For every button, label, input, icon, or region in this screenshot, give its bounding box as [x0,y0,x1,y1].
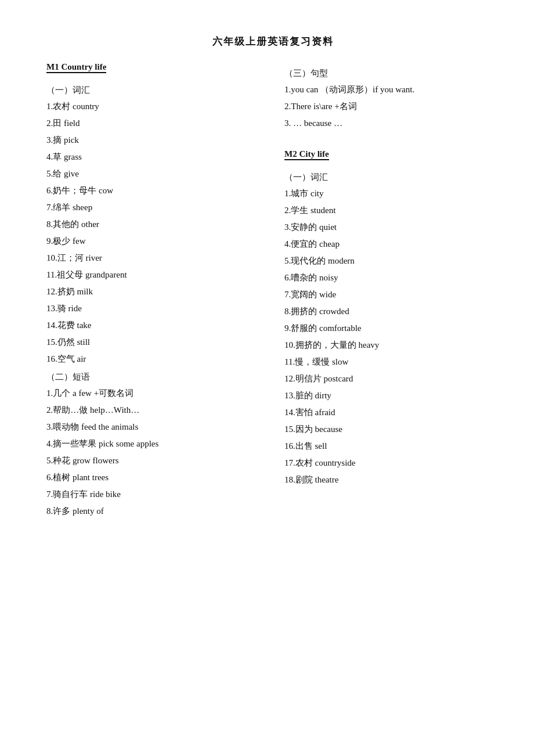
list-item: 7.绵羊 sheep [46,200,261,214]
list-item: 1.you can （动词原形）if you want. [284,82,499,96]
list-item: 15.因为 because [284,422,499,436]
list-item: 14.花费 take [46,318,261,332]
list-item: 9.极少 few [46,234,261,248]
list-item: 18.剧院 theatre [284,473,499,487]
m1-title: M1 Country life [46,62,106,73]
list-item: 5.现代化的 modern [284,254,499,268]
list-item: 16.空气 air [46,352,261,366]
right-column: （三）句型 1.you can （动词原形）if you want.2.Ther… [273,62,499,521]
list-item: 4.摘一些苹果 pick some apples [46,437,261,451]
list-item: 6.奶牛；母牛 cow [46,183,261,197]
list-item: 4.便宜的 cheap [284,237,499,251]
list-item: 8.拥挤的 crowded [284,304,499,318]
list-item: 6.植树 plant trees [46,470,261,484]
page-title: 六年级上册英语复习资料 [46,35,499,48]
list-item: 13.骑 ride [46,301,261,315]
list-item: 6.嘈杂的 noisy [284,271,499,285]
m1-sentence-header: （三）句型 [284,68,499,79]
list-item: 9.舒服的 comfortable [284,321,499,335]
list-item: 2.帮助…做 help…With… [46,403,261,417]
list-item: 2.There is\are +名词 [284,99,499,113]
list-item: 5.给 give [46,167,261,181]
m1-vocab-header: （一）词汇 [46,85,261,96]
m2-vocab-list: 1.城市 city2.学生 student3.安静的 quiet4.便宜的 ch… [284,186,499,487]
list-item: 10.江；河 river [46,251,261,265]
list-item: 7.骑自行车 ride bike [46,487,261,501]
list-item: 5.种花 grow flowers [46,453,261,467]
list-item: 14.害怕 afraid [284,405,499,419]
left-column: M1 Country life （一）词汇 1.农村 country2.田 fi… [46,62,273,521]
list-item: 10.拥挤的，大量的 heavy [284,338,499,352]
m1-sentence-list: 1.you can （动词原形）if you want.2.There is\a… [284,82,499,130]
m1-phrase-list: 1.几个 a few +可数名词2.帮助…做 help…With…3.喂动物 f… [46,386,261,518]
list-item: 15.仍然 still [46,335,261,349]
list-item: 8.许多 plenty of [46,504,261,518]
list-item: 12.挤奶 milk [46,285,261,298]
list-item: 2.田 field [46,116,261,130]
list-item: 2.学生 student [284,203,499,217]
list-item: 1.几个 a few +可数名词 [46,386,261,400]
list-item: 3.摘 pick [46,133,261,147]
m2-vocab-header: （一）词汇 [284,172,499,183]
list-item: 4.草 grass [46,150,261,164]
m2-title: M2 City life [284,149,329,160]
list-item: 11.慢，缓慢 slow [284,355,499,369]
list-item: 12.明信片 postcard [284,372,499,386]
list-item: 7.宽阔的 wide [284,287,499,301]
list-item: 3. … because … [284,116,499,130]
list-item: 1.城市 city [284,186,499,200]
m1-phrase-header: （二）短语 [46,372,261,383]
list-item: 8.其他的 other [46,217,261,231]
list-item: 11.祖父母 grandparent [46,268,261,282]
m1-vocab-list: 1.农村 country2.田 field3.摘 pick4.草 grass5.… [46,99,261,366]
list-item: 16.出售 sell [284,439,499,453]
list-item: 13.脏的 dirty [284,388,499,402]
list-item: 17.农村 countryside [284,456,499,470]
list-item: 3.喂动物 feed the animals [46,420,261,434]
list-item: 3.安静的 quiet [284,220,499,234]
list-item: 1.农村 country [46,99,261,113]
